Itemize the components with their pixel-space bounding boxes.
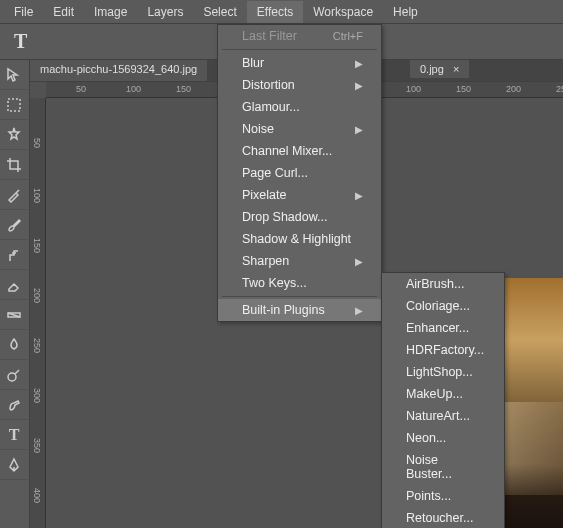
document-tab-1[interactable]: machu-picchu-1569324_640.jpg (30, 60, 208, 81)
menu-blur[interactable]: Blur▶ (218, 52, 381, 74)
submenu-arrow-icon: ▶ (355, 58, 363, 69)
plugin-retoucher[interactable]: Retoucher... (382, 507, 504, 528)
submenu-arrow-icon: ▶ (355, 305, 363, 316)
menu-item-label: LightShop... (406, 365, 473, 379)
menu-separator (222, 49, 377, 50)
eyedropper-tool[interactable] (0, 180, 28, 210)
menu-layers[interactable]: Layers (137, 1, 193, 23)
menu-item-label: Noise (242, 122, 274, 136)
menu-channel-mixer[interactable]: Channel Mixer... (218, 140, 381, 162)
submenu-arrow-icon: ▶ (355, 256, 363, 267)
smudge-tool[interactable] (0, 390, 28, 420)
menu-separator (222, 296, 377, 297)
menu-item-label: Pixelate (242, 188, 286, 202)
ruler-vertical: 50 100 150 200 250 300 350 400 450 (30, 98, 46, 528)
menubar: File Edit Image Layers Select Effects Wo… (0, 0, 563, 24)
menu-item-label: HDRFactory... (406, 343, 484, 357)
menu-item-label: NatureArt... (406, 409, 470, 423)
menu-item-label: Shadow & Highlight (242, 232, 351, 246)
document-tab-2[interactable]: 0.jpg × (410, 60, 470, 78)
dodge-tool[interactable] (0, 360, 28, 390)
menu-help[interactable]: Help (383, 1, 428, 23)
submenu-arrow-icon: ▶ (355, 124, 363, 135)
gradient-tool[interactable] (0, 300, 28, 330)
clone-tool[interactable] (0, 240, 28, 270)
menu-item-label: Drop Shadow... (242, 210, 327, 224)
move-tool[interactable] (0, 60, 28, 90)
menu-item-label: AirBrush... (406, 277, 464, 291)
menu-distortion[interactable]: Distortion▶ (218, 74, 381, 96)
menu-item-label: Sharpen (242, 254, 289, 268)
menu-select[interactable]: Select (193, 1, 246, 23)
menu-effects[interactable]: Effects (247, 1, 303, 23)
menu-workspace[interactable]: Workspace (303, 1, 383, 23)
toolbox: T (0, 60, 30, 528)
menu-item-label: Channel Mixer... (242, 144, 332, 158)
menu-item-label: Distortion (242, 78, 295, 92)
text-tool-indicator: T (8, 28, 33, 55)
effects-dropdown: Last Filter Ctrl+F Blur▶ Distortion▶ Gla… (217, 24, 382, 322)
plugin-noise-buster[interactable]: Noise Buster... (382, 449, 504, 485)
text-tool[interactable]: T (0, 420, 28, 450)
menu-item-label: Glamour... (242, 100, 300, 114)
menu-shadow-highlight[interactable]: Shadow & Highlight (218, 228, 381, 250)
menu-glamour[interactable]: Glamour... (218, 96, 381, 118)
menu-edit[interactable]: Edit (43, 1, 84, 23)
plugins-submenu: AirBrush... Coloriage... Enhancer... HDR… (381, 272, 505, 528)
submenu-arrow-icon: ▶ (355, 190, 363, 201)
menu-item-shortcut: Ctrl+F (333, 30, 363, 42)
menu-item-label: MakeUp... (406, 387, 463, 401)
svg-rect-0 (8, 99, 20, 111)
plugin-hdrfactory[interactable]: HDRFactory... (382, 339, 504, 361)
menu-sharpen[interactable]: Sharpen▶ (218, 250, 381, 272)
brush-tool[interactable] (0, 210, 28, 240)
menu-builtin-plugins[interactable]: Built-in Plugins▶ (218, 299, 381, 321)
menu-item-label: Blur (242, 56, 264, 70)
menu-item-label: Coloriage... (406, 299, 470, 313)
plugin-neon[interactable]: Neon... (382, 427, 504, 449)
menu-item-label: Last Filter (242, 29, 297, 43)
pen-tool[interactable] (0, 450, 28, 480)
svg-point-2 (8, 373, 16, 381)
menu-item-label: Two Keys... (242, 276, 307, 290)
menu-item-label: Enhancer... (406, 321, 469, 335)
blur-tool[interactable] (0, 330, 28, 360)
marquee-tool[interactable] (0, 90, 28, 120)
plugin-coloriage[interactable]: Coloriage... (382, 295, 504, 317)
plugin-airbrush[interactable]: AirBrush... (382, 273, 504, 295)
menu-pixelate[interactable]: Pixelate▶ (218, 184, 381, 206)
menu-drop-shadow[interactable]: Drop Shadow... (218, 206, 381, 228)
eraser-tool[interactable] (0, 270, 28, 300)
menu-two-keys[interactable]: Two Keys... (218, 272, 381, 294)
menu-item-label: Neon... (406, 431, 446, 445)
menu-image[interactable]: Image (84, 1, 137, 23)
plugin-natureart[interactable]: NatureArt... (382, 405, 504, 427)
menu-item-label: Page Curl... (242, 166, 308, 180)
menu-page-curl[interactable]: Page Curl... (218, 162, 381, 184)
plugin-lightshop[interactable]: LightShop... (382, 361, 504, 383)
plugin-makeup[interactable]: MakeUp... (382, 383, 504, 405)
tab-close-icon[interactable]: × (453, 63, 459, 75)
menu-item-label: Points... (406, 489, 451, 503)
menu-item-label: Built-in Plugins (242, 303, 325, 317)
menu-item-label: Noise Buster... (406, 453, 486, 481)
menu-last-filter[interactable]: Last Filter Ctrl+F (218, 25, 381, 47)
plugin-points[interactable]: Points... (382, 485, 504, 507)
crop-tool[interactable] (0, 150, 28, 180)
plugin-enhancer[interactable]: Enhancer... (382, 317, 504, 339)
menu-file[interactable]: File (4, 1, 43, 23)
menu-item-label: Retoucher... (406, 511, 473, 525)
submenu-arrow-icon: ▶ (355, 80, 363, 91)
menu-noise[interactable]: Noise▶ (218, 118, 381, 140)
wand-tool[interactable] (0, 120, 28, 150)
tab-label: 0.jpg (420, 63, 444, 75)
